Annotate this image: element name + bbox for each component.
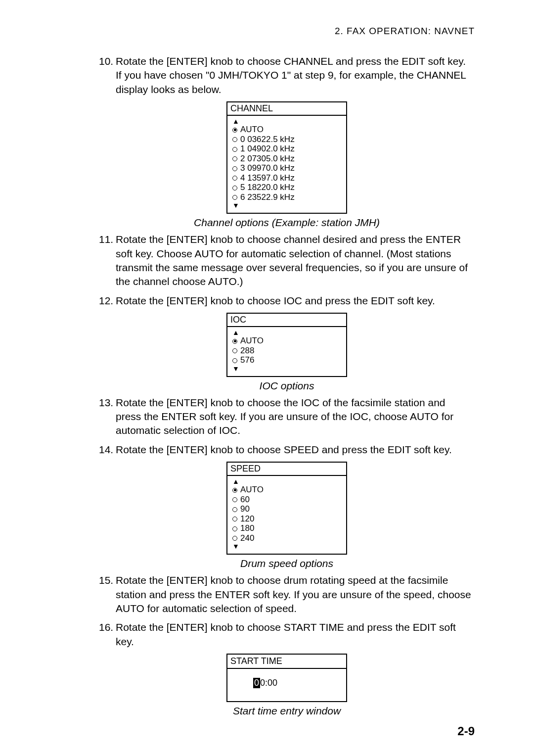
figure-caption: IOC options xyxy=(99,380,475,392)
option-label: AUTO xyxy=(240,125,264,134)
step-text: station and press the ENTER soft key. If… xyxy=(116,588,475,602)
radio-icon xyxy=(232,186,237,190)
step-text: soft key. Choose AUTO for automatic sele… xyxy=(116,247,475,261)
radio-icon xyxy=(232,195,237,200)
step-number: 14. xyxy=(99,443,116,457)
option-row: 288 xyxy=(232,346,341,356)
radio-icon xyxy=(232,536,237,541)
step-text: automatic selection of IOC. xyxy=(116,424,475,437)
scroll-down-icon: ▼ xyxy=(232,543,341,550)
option-row: 90 xyxy=(232,504,341,514)
option-row: 2 07305.0 kHz xyxy=(232,154,341,164)
step-number: 10. xyxy=(99,54,116,68)
radio-icon xyxy=(232,497,237,502)
option-label: 0 03622.5 kHz xyxy=(240,135,295,144)
box-body: ▲ AUTO 60 90 120 180 240 ▼ xyxy=(227,476,346,554)
option-label: 120 xyxy=(240,514,254,523)
channel-options-box: CHANNEL ▲ AUTO 0 03622.5 kHz 1 04902.0 k… xyxy=(226,101,347,214)
start-time-value: 0:00 xyxy=(260,678,277,688)
radio-icon xyxy=(232,166,237,171)
box-body: ▲ AUTO 0 03622.5 kHz 1 04902.0 kHz 2 073… xyxy=(227,116,346,213)
step-text: display looks as below. xyxy=(116,83,475,96)
step-10: 10.Rotate the [ENTER] knob to choose CHA… xyxy=(99,54,475,96)
step-16: 16.Rotate the [ENTER] knob to choose STA… xyxy=(99,620,475,649)
option-row: 60 xyxy=(232,495,341,505)
step-number: 11. xyxy=(99,233,116,246)
ioc-options-box: IOC ▲ AUTO 288 576 ▼ xyxy=(226,313,347,377)
option-label: 3 09970.0 kHz xyxy=(240,163,295,173)
option-row: 0 03622.5 kHz xyxy=(232,135,341,144)
option-label: 1 04902.0 kHz xyxy=(240,144,295,153)
option-label: AUTO xyxy=(240,485,264,494)
option-label: 288 xyxy=(240,346,254,355)
step-text: Rotate the [ENTER] knob to choose drum r… xyxy=(116,574,448,586)
figure-caption: Drum speed options xyxy=(99,558,475,569)
radio-icon xyxy=(232,517,237,521)
step-text: If you have chosen "0 JMH/TOKYO 1" at st… xyxy=(116,68,475,82)
radio-selected-icon xyxy=(232,128,237,133)
box-title: CHANNEL xyxy=(227,102,346,116)
radio-icon xyxy=(232,137,237,142)
radio-icon xyxy=(232,147,237,152)
option-row: 6 23522.9 kHz xyxy=(232,192,341,202)
step-text: Rotate the [ENTER] knob to choose IOC an… xyxy=(116,295,435,306)
box-title: IOC xyxy=(227,314,346,327)
step-text: Rotate the [ENTER] knob to choose START … xyxy=(116,621,456,633)
option-row: 180 xyxy=(232,523,341,533)
step-number: 12. xyxy=(99,294,116,308)
option-row: 4 13597.0 kHz xyxy=(232,173,341,183)
option-label: 5 18220.0 kHz xyxy=(240,183,295,192)
scroll-down-icon: ▼ xyxy=(232,202,341,209)
step-text: key. xyxy=(116,635,475,649)
option-row: 1 04902.0 kHz xyxy=(232,144,341,154)
step-text: the channel choose AUTO.) xyxy=(116,275,475,288)
page: 2. FAX OPERATION: NAVNET 10.Rotate the [… xyxy=(0,0,534,756)
step-number: 16. xyxy=(99,620,116,634)
option-row: 5 18220.0 kHz xyxy=(232,183,341,192)
radio-icon xyxy=(232,156,237,161)
option-label: 240 xyxy=(240,533,254,543)
scroll-up-icon: ▲ xyxy=(232,118,341,125)
step-text: Rotate the [ENTER] knob to choose SPEED … xyxy=(116,444,452,455)
scroll-up-icon: ▲ xyxy=(232,329,341,336)
step-12: 12.Rotate the [ENTER] knob to choose IOC… xyxy=(99,294,475,308)
radio-icon xyxy=(232,176,237,181)
step-text: Rotate the [ENTER] knob to choose the IO… xyxy=(116,397,445,408)
radio-icon xyxy=(232,526,237,531)
speed-options-box: SPEED ▲ AUTO 60 90 120 180 240 ▼ xyxy=(226,462,347,555)
box-title: START TIME xyxy=(227,655,346,669)
cursor-char: 0 xyxy=(253,678,260,688)
option-label: 2 07305.0 kHz xyxy=(240,154,295,163)
option-label: 576 xyxy=(240,355,254,365)
step-text: press the ENTER soft key. If you are uns… xyxy=(116,410,475,424)
box-body: 00:00 xyxy=(227,669,346,701)
option-label: AUTO xyxy=(240,336,264,345)
step-13: 13.Rotate the [ENTER] knob to choose the… xyxy=(99,396,475,438)
step-14: 14.Rotate the [ENTER] knob to choose SPE… xyxy=(99,443,475,457)
radio-icon xyxy=(232,348,237,353)
start-time-box: START TIME 00:00 xyxy=(226,654,347,702)
step-text: Rotate the [ENTER] knob to choose channe… xyxy=(116,234,461,245)
option-label: 6 23522.9 kHz xyxy=(240,192,295,202)
option-row: 3 09970.0 kHz xyxy=(232,163,341,173)
page-number: 2-9 xyxy=(457,724,475,738)
option-label: 180 xyxy=(240,523,254,533)
radio-selected-icon xyxy=(232,339,237,344)
option-label: 90 xyxy=(240,504,250,514)
option-row: AUTO xyxy=(232,336,341,346)
option-row: 120 xyxy=(232,514,341,524)
scroll-down-icon: ▼ xyxy=(232,365,341,372)
option-row: AUTO xyxy=(232,125,341,135)
radio-icon xyxy=(232,358,237,363)
step-number: 15. xyxy=(99,573,116,587)
option-row: 576 xyxy=(232,355,341,365)
figure-caption: Channel options (Example: station JMH) xyxy=(99,217,475,229)
step-number: 13. xyxy=(99,396,116,410)
box-body: ▲ AUTO 288 576 ▼ xyxy=(227,327,346,376)
step-11: 11.Rotate the [ENTER] knob to choose cha… xyxy=(99,233,475,288)
section-header: 2. FAX OPERATION: NAVNET xyxy=(99,26,475,37)
scroll-up-icon: ▲ xyxy=(232,478,341,485)
option-label: 60 xyxy=(240,495,250,504)
option-row: 240 xyxy=(232,533,341,543)
option-label: 4 13597.0 kHz xyxy=(240,173,295,183)
